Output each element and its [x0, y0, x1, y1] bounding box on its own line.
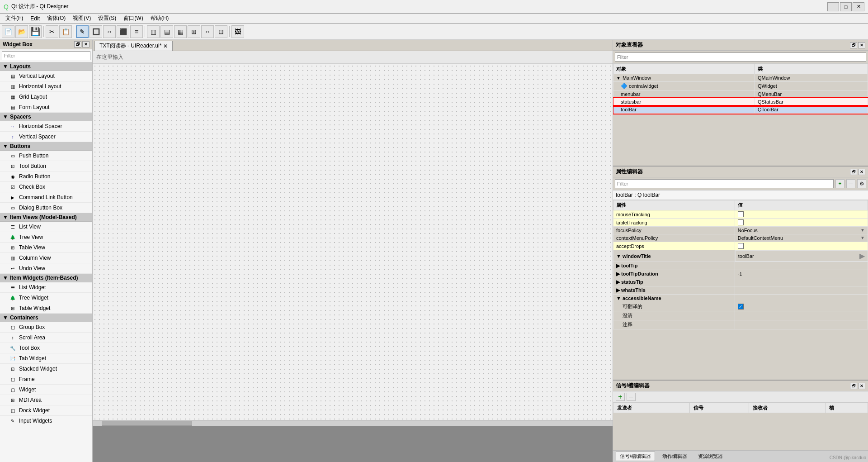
minimize-button[interactable]: ─	[827, 2, 839, 11]
close-button[interactable]: ✕	[853, 2, 864, 11]
oi-row-mainwindow[interactable]: ▼MainWindow QMainWindow	[613, 74, 868, 82]
menu-edit[interactable]: Edit	[27, 14, 43, 23]
widget-tree-view[interactable]: 🌲 Tree View	[0, 232, 92, 243]
property-editor-config-button[interactable]: ⚙	[857, 179, 866, 188]
toolbar-new-button[interactable]: 📄	[2, 25, 14, 38]
widget-box-float-button[interactable]: 🗗	[74, 41, 81, 48]
pe-row-accessible-name[interactable]: ▼ accessibleName	[613, 295, 868, 302]
signal-editor-add-button[interactable]: +	[616, 393, 625, 401]
property-editor-remove-button[interactable]: ─	[846, 179, 855, 188]
object-inspector-float-button[interactable]: 🗗	[850, 42, 857, 48]
mouse-tracking-checkbox[interactable]	[738, 211, 744, 217]
property-editor-header-buttons[interactable]: 🗗 ✕	[850, 169, 865, 175]
widget-group-box[interactable]: ▢ Group Box	[0, 322, 92, 333]
oi-row-statusbar[interactable]: statusbar QStatusBar	[613, 98, 868, 106]
widget-horizontal-layout[interactable]: ▥ Horizontal Layout	[0, 81, 92, 92]
widget-push-button[interactable]: ▭ Push Button	[0, 151, 92, 161]
widget-tool-box[interactable]: 🔧 Tool Box	[0, 343, 92, 353]
toolbar-preview-button[interactable]: 🖼	[231, 25, 244, 38]
toolbar-layout-s-button[interactable]: ↔	[201, 25, 214, 38]
menu-form[interactable]: 窗体(O)	[43, 14, 69, 23]
maximize-button[interactable]: □	[840, 2, 852, 11]
widget-scroll-area[interactable]: ↕ Scroll Area	[0, 333, 92, 343]
property-editor-filter-input[interactable]	[615, 179, 834, 188]
pe-row-context-menu-policy[interactable]: contextMenuPolicy DefaultContextMenu▼	[613, 234, 868, 242]
translatable-checkbox[interactable]: ✓	[738, 304, 744, 310]
object-inspector-filter-input[interactable]	[615, 52, 866, 62]
oi-row-centralwidget[interactable]: 🔷 centralwidget QWidget	[613, 82, 868, 90]
widget-list-view[interactable]: ☰ List View	[0, 222, 92, 232]
widget-widget[interactable]: ▢ Widget	[0, 385, 92, 395]
widget-vertical-spacer[interactable]: ↕ Vertical Spacer	[0, 132, 92, 142]
pe-row-status-tip[interactable]: ▶ statusTip	[613, 278, 868, 286]
pe-row-accept-drops[interactable]: acceptDrops	[613, 242, 868, 250]
category-containers[interactable]: ▼ Containers	[0, 314, 92, 322]
category-item-widgets[interactable]: ▼ Item Widgets (Item-Based)	[0, 274, 92, 282]
widget-table-widget[interactable]: ⊞ Table Widget	[0, 303, 92, 314]
toolbar-layout-g-button[interactable]: ▦	[174, 25, 187, 38]
menu-settings[interactable]: 设置(S)	[94, 14, 120, 23]
menu-help[interactable]: 帮助(H)	[147, 14, 173, 23]
toolbar-copy-button[interactable]: 📋	[59, 25, 72, 38]
widget-undo-view[interactable]: ↩ Undo View	[0, 263, 92, 274]
signal-editor-float-button[interactable]: 🗗	[850, 383, 857, 389]
menu-window[interactable]: 窗口(W)	[120, 14, 146, 23]
toolbar-layout-f-button[interactable]: ⊞	[188, 25, 200, 38]
canvas-horizontal-scrollbar[interactable]	[93, 420, 613, 426]
widget-grid-layout[interactable]: ▦ Grid Layout	[0, 92, 92, 102]
widget-radio-button[interactable]: ◉ Radio Button	[0, 171, 92, 182]
widget-command-link-button[interactable]: ▶ Command Link Button	[0, 192, 92, 203]
pe-row-translatable[interactable]: 可翻译的 ✓	[613, 302, 868, 311]
toolbar-select-button[interactable]: 🔲	[90, 25, 102, 38]
pe-row-clarify[interactable]: 澄清	[613, 311, 868, 320]
toolbar-edit-button[interactable]: ✎	[76, 25, 89, 38]
toolbar-layout-v-button[interactable]: ▤	[160, 25, 173, 38]
category-layouts[interactable]: ▼ Layouts	[0, 62, 92, 71]
widget-form-layout[interactable]: ▤ Form Layout	[0, 102, 92, 113]
footer-tab-resource-browser[interactable]: 资源浏览器	[694, 452, 726, 461]
toolbar-size-button[interactable]: ⬛	[117, 25, 129, 38]
menu-view[interactable]: 视图(V)	[69, 14, 94, 23]
widget-mdi-area[interactable]: ⊞ MDI Area	[0, 395, 92, 405]
widget-tab-widget[interactable]: 📑 Tab Widget	[0, 353, 92, 364]
footer-tab-signal-slot[interactable]: 信号/槽编辑器	[616, 452, 655, 461]
widget-box-filter-input[interactable]	[2, 51, 90, 60]
signal-editor-header-buttons[interactable]: 🗗 ✕	[850, 383, 865, 389]
widget-vertical-layout[interactable]: ▤ Vertical Layout	[0, 71, 92, 81]
accept-drops-checkbox[interactable]	[738, 243, 744, 249]
property-editor-add-button[interactable]: +	[835, 179, 844, 188]
canvas-tab-close-icon[interactable]: ✕	[163, 43, 168, 49]
pe-row-tablet-tracking[interactable]: tabletTracking	[613, 219, 868, 227]
pe-row-tooltip[interactable]: ▶ toolTip	[613, 262, 868, 270]
object-inspector-header-buttons[interactable]: 🗗 ✕	[850, 42, 865, 48]
toolbar-save-button[interactable]: 💾	[29, 25, 42, 38]
widget-list-widget[interactable]: ☰ List Widget	[0, 282, 92, 293]
pe-row-whats-this[interactable]: ▶ whatsThis	[613, 286, 868, 295]
widget-frame[interactable]: ▢ Frame	[0, 374, 92, 385]
widget-tool-button[interactable]: ⊡ Tool Button	[0, 161, 92, 171]
widget-input-widgets[interactable]: ✎ Input Widgets	[0, 416, 92, 426]
pe-row-focus-policy[interactable]: focusPolicy NoFocus▼	[613, 227, 868, 234]
widget-column-view[interactable]: ▥ Column View	[0, 253, 92, 263]
oi-row-menubar[interactable]: menubar QMenuBar	[613, 90, 868, 98]
toolbar-cut-button[interactable]: ✂	[46, 25, 58, 38]
widget-box-close-button[interactable]: ✕	[82, 41, 90, 48]
pe-row-mouse-tracking[interactable]: mouseTracking	[613, 210, 868, 219]
widget-dock-widget[interactable]: ◫ Dock Widget	[0, 405, 92, 416]
pe-row-window-title[interactable]: ▼ windowTitle toolBar ▶	[613, 250, 868, 262]
pe-row-tooltip-duration[interactable]: ▶ toolTipDuration -1	[613, 270, 868, 278]
pe-cell-mouse-tracking-val[interactable]	[735, 210, 868, 219]
signal-editor-remove-button[interactable]: ─	[627, 393, 636, 401]
toolbar-open-button[interactable]: 📂	[15, 25, 28, 38]
toolbar-layout-h-button[interactable]: ▥	[147, 25, 160, 38]
widget-check-box[interactable]: ☑ Check Box	[0, 182, 92, 192]
pe-cell-accept-drops-val[interactable]	[735, 242, 868, 250]
toolbar-align-button[interactable]: ≡	[130, 25, 143, 38]
footer-tab-action-editor[interactable]: 动作编辑器	[659, 452, 691, 461]
pe-cell-tablet-tracking-val[interactable]	[735, 219, 868, 227]
menu-file[interactable]: 文件(F)	[2, 14, 27, 23]
toolbar-move-button[interactable]: ↔	[103, 25, 116, 38]
canvas-scrollbar-thumb[interactable]	[102, 421, 192, 426]
category-spacers[interactable]: ▼ Spacers	[0, 113, 92, 121]
tablet-tracking-checkbox[interactable]	[738, 219, 744, 225]
